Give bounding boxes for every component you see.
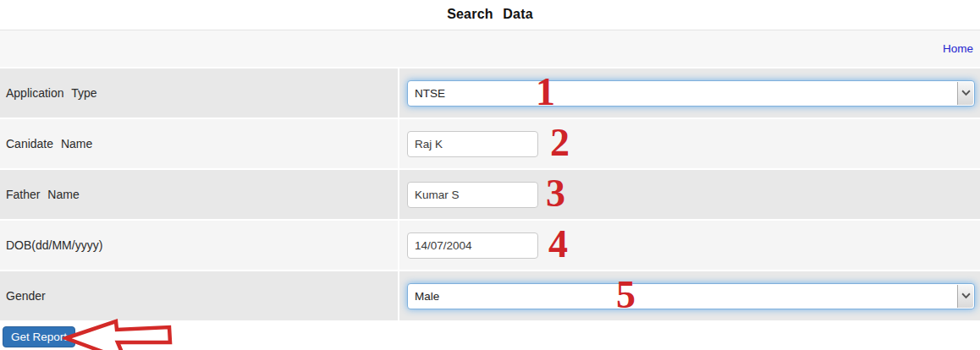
select-dropdown-button[interactable] — [957, 82, 973, 105]
annotation-number-5: 5 — [616, 276, 636, 314]
field-label-gender: Gender — [0, 271, 398, 320]
field-label-father-name: Father Name — [0, 170, 398, 219]
gender-select[interactable]: Male — [407, 283, 975, 309]
chevron-down-icon — [961, 90, 971, 96]
select-value: NTSE — [408, 87, 445, 100]
select-dropdown-button[interactable] — [957, 285, 973, 308]
field-cell-candidate-name: 2 — [399, 119, 980, 168]
form-row-gender: Gender Male 5 — [0, 271, 980, 320]
header: Search Data — [0, 0, 980, 29]
form-row-father-name: Father Name 3 — [0, 170, 980, 219]
annotation-number-2: 2 — [550, 123, 570, 162]
search-form: Application Type NTSE 1 Canidate Name 2 — [0, 68, 980, 322]
field-label-application-type: Application Type — [0, 68, 398, 118]
application-type-select[interactable]: NTSE — [407, 80, 975, 107]
field-label-text: Father Name — [6, 188, 80, 201]
father-name-input[interactable] — [407, 182, 538, 208]
field-cell-dob: 4 — [399, 221, 980, 270]
left-block-arrow-icon — [63, 315, 177, 350]
page-title: Search Data — [447, 7, 533, 22]
select-value: Male — [408, 290, 439, 303]
search-data-page: Search Data Home Application Type NTSE 1 — [0, 0, 980, 350]
form-row-candidate-name: Canidate Name 2 — [0, 119, 980, 168]
dob-input[interactable] — [407, 232, 538, 259]
field-cell-father-name: 3 — [399, 170, 980, 219]
field-label-text: Canidate Name — [6, 137, 92, 150]
footer-bar: Get Report — [0, 322, 980, 350]
field-label-dob: DOB(dd/MM/yyyy) — [0, 221, 398, 270]
annotation-number-4: 4 — [548, 225, 568, 264]
form-row-dob: DOB(dd/MM/yyyy) 4 — [0, 221, 980, 270]
field-label-text: Application Type — [6, 86, 96, 100]
home-link[interactable]: Home — [943, 42, 973, 55]
candidate-name-input[interactable] — [407, 131, 538, 157]
annotation-number-1: 1 — [536, 73, 555, 112]
annotation-number-3: 3 — [546, 174, 565, 213]
field-label-text: Gender — [6, 289, 46, 303]
field-cell-application-type: NTSE 1 — [399, 68, 980, 118]
chevron-down-icon — [961, 293, 971, 299]
field-cell-gender: Male 5 — [399, 271, 980, 320]
form-row-application-type: Application Type NTSE 1 — [0, 68, 980, 118]
nav-bar: Home — [0, 30, 980, 67]
field-label-candidate-name: Canidate Name — [0, 119, 398, 168]
field-label-text: DOB(dd/MM/yyyy) — [6, 238, 102, 252]
